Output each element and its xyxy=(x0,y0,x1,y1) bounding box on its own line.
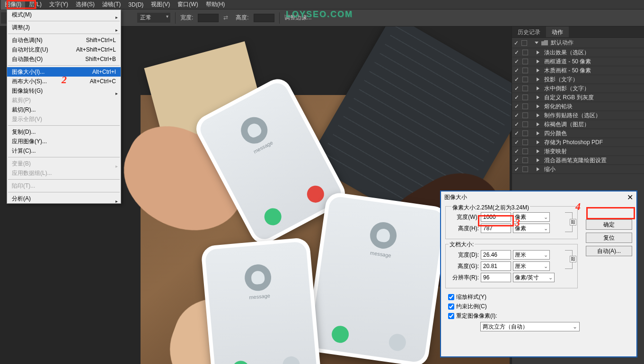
menu-filter[interactable]: 滤镜(T) xyxy=(98,0,124,9)
check-icon: ✓ xyxy=(514,40,519,46)
doc-height-unit[interactable]: 厘米 xyxy=(513,261,550,271)
resolution-unit[interactable]: 像素/英寸 xyxy=(513,273,555,282)
check-icon: ✓ xyxy=(514,157,520,164)
dialog-toggle-icon xyxy=(522,68,528,73)
folder-icon xyxy=(541,40,548,45)
document-size-group: 文档大小: 宽度(D): 厘米 高度(G): 厘米 分辨率(R): 像素/英寸 … xyxy=(445,244,578,288)
link-icon[interactable]: ⛓ xyxy=(570,256,576,262)
action-item[interactable]: ✓渐变映射 xyxy=(512,147,644,156)
chevron-right-icon xyxy=(537,69,539,72)
menu-help[interactable]: 帮助(H) xyxy=(202,0,229,9)
tab-actions[interactable]: 动作 xyxy=(546,26,569,37)
doc-height-label: 高度(G): xyxy=(449,262,479,270)
doc-width-label: 宽度(D): xyxy=(449,251,479,259)
menu-variables: 变量(B) xyxy=(7,159,121,168)
menu-auto-color[interactable]: 自动颜色(O)Shift+Ctrl+B xyxy=(7,54,121,64)
swap-icon[interactable]: ⇄ xyxy=(223,14,231,22)
resolution-input[interactable] xyxy=(481,273,511,282)
width-field[interactable] xyxy=(198,14,219,22)
action-item[interactable]: ✓画框通道 - 50 像素 xyxy=(512,57,644,66)
doc-width-unit[interactable]: 厘米 xyxy=(513,250,550,260)
menubar: 图像(I) 层(L) 文字(Y) 选择(S) 滤镜(T) 3D(D) 视图(V)… xyxy=(0,0,644,9)
height-label: 高度: xyxy=(236,14,248,22)
action-item[interactable]: ✓自定义 RGB 到灰度 xyxy=(512,93,644,102)
annotation-marker-1: 1 xyxy=(33,0,38,12)
menu-auto-contrast[interactable]: 自动对比度(U)Alt+Shift+Ctrl+L xyxy=(7,45,121,54)
dialog-toggle-icon xyxy=(522,166,528,172)
chevron-right-icon xyxy=(537,95,539,99)
action-item[interactable]: ✓淡出效果（选区） xyxy=(512,48,644,57)
action-item[interactable]: ✓熔化的铅块 xyxy=(512,102,644,111)
menu-select[interactable]: 选择(S) xyxy=(72,0,98,9)
menu-view[interactable]: 视图(V) xyxy=(147,0,174,9)
action-item[interactable]: ✓缩小 xyxy=(512,165,644,174)
action-label: 木质画框 - 50 像素 xyxy=(544,67,591,75)
chevron-right-icon xyxy=(537,158,539,162)
px-width-label: 宽度(W): xyxy=(449,213,479,221)
menu-reveal-all: 显示全部(V) xyxy=(7,114,121,124)
action-item[interactable]: ✓四分颜色 xyxy=(512,129,644,138)
px-height-input[interactable] xyxy=(481,224,511,233)
cancel-button[interactable]: 复位 xyxy=(586,233,632,243)
px-height-label: 高度(H): xyxy=(449,225,479,233)
pixel-dimensions-group: 像素大小:2.25M(之前为3.24M) 宽度(W): 像素 高度(H): 像素… xyxy=(445,206,578,239)
menu-crop: 裁剪(P) xyxy=(7,95,121,105)
dialog-toggle-icon xyxy=(522,95,528,100)
action-item[interactable]: ✓木质画框 - 50 像素 xyxy=(512,66,644,75)
doc-height-input[interactable] xyxy=(481,261,511,271)
check-icon: ✓ xyxy=(514,76,520,83)
chevron-right-icon xyxy=(537,149,539,153)
menu-duplicate[interactable]: 复制(D)... xyxy=(7,127,121,137)
action-label: 投影（文字） xyxy=(544,76,578,84)
dialog-toggle-icon xyxy=(522,148,528,154)
menu-adjustments[interactable]: 调整(J) xyxy=(7,23,121,32)
doc-width-input[interactable] xyxy=(481,250,511,260)
action-item[interactable]: ✓制作剪贴路径（选区） xyxy=(512,111,644,120)
menu-trap: 陷印(T)... xyxy=(7,181,121,191)
menu-image-rotation[interactable]: 图像旋转(G) xyxy=(7,86,121,95)
menu-window[interactable]: 窗口(W) xyxy=(174,0,202,9)
chevron-right-icon xyxy=(537,78,539,81)
blend-mode-dropdown[interactable]: 正常 xyxy=(137,13,170,23)
scale-styles-checkbox[interactable] xyxy=(448,294,454,300)
width-label: 宽度: xyxy=(180,14,193,22)
check-icon: ✓ xyxy=(514,166,520,173)
chevron-right-icon xyxy=(537,122,539,126)
dialog-toggle-icon xyxy=(522,86,528,91)
menu-mode[interactable]: 模式(M) xyxy=(7,10,121,19)
menu-type[interactable]: 文字(Y) xyxy=(45,0,72,9)
close-icon[interactable]: ✕ xyxy=(627,193,633,202)
menu-analysis[interactable]: 分析(A) xyxy=(7,194,121,203)
action-label: 渐变映射 xyxy=(544,147,567,156)
chevron-right-icon xyxy=(537,104,539,108)
resample-checkbox[interactable] xyxy=(448,313,454,319)
action-item[interactable]: ✓棕褐色调（图层） xyxy=(512,120,644,129)
action-label: 自定义 RGB 到灰度 xyxy=(544,94,594,102)
tab-history[interactable]: 历史记录 xyxy=(512,26,546,37)
action-item[interactable]: ✓混合器画笔克隆绘图设置 xyxy=(512,156,644,165)
check-icon: ✓ xyxy=(514,130,520,137)
menu-image[interactable]: 图像(I) xyxy=(1,0,25,9)
menu-apply-image[interactable]: 应用图像(Y)... xyxy=(7,137,121,146)
image-menu-dropdown: 模式(M) 调整(J) 自动色调(N)Shift+Ctrl+L 自动对比度(U)… xyxy=(7,9,121,204)
action-item[interactable]: ✓存储为 Photoshop PDF xyxy=(512,138,644,147)
auto-button[interactable]: 自动(A)... xyxy=(586,246,632,256)
menu-trim[interactable]: 裁切(R)... xyxy=(7,105,121,114)
menu-3d[interactable]: 3D(D) xyxy=(124,0,147,9)
ok-button[interactable]: 确定 xyxy=(586,219,632,230)
image-size-dialog: 图像大小 ✕ 确定 复位 自动(A)... 像素大小:2.25M(之前为3.24… xyxy=(440,191,637,357)
actions-set-header[interactable]: ✓ 默认动作 xyxy=(512,38,644,48)
action-item[interactable]: ✓水中倒影（文字） xyxy=(512,84,644,93)
link-icon[interactable]: ⛓ xyxy=(570,219,576,225)
dialog-toggle-icon xyxy=(521,40,527,46)
px-width-input[interactable] xyxy=(481,212,511,222)
check-icon: ✓ xyxy=(514,148,520,155)
constrain-proportions-checkbox[interactable] xyxy=(448,303,454,310)
menu-auto-tone[interactable]: 自动色调(N)Shift+Ctrl+L xyxy=(7,35,121,45)
height-field[interactable] xyxy=(254,14,274,22)
dialog-title: 图像大小 xyxy=(444,193,467,201)
menu-calculations[interactable]: 计算(C)... xyxy=(7,146,121,156)
check-icon: ✓ xyxy=(514,49,520,56)
resample-method-dropdown[interactable]: 两次立方（自动） xyxy=(480,322,580,331)
action-item[interactable]: ✓投影（文字） xyxy=(512,75,644,84)
